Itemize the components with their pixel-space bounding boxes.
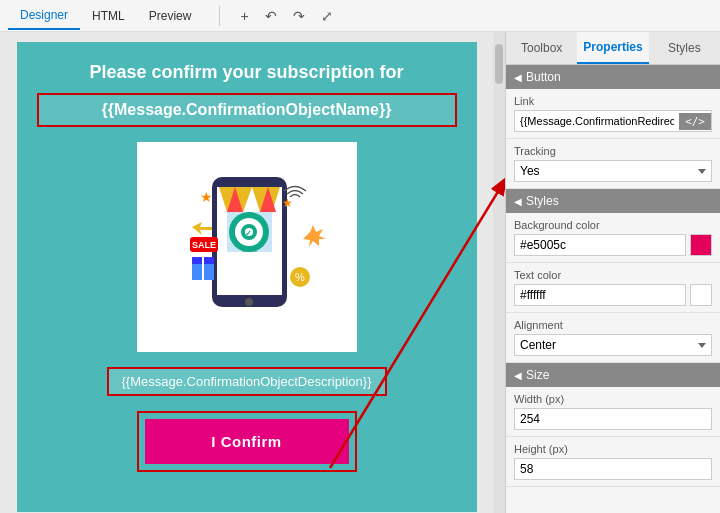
- svg-point-2: [245, 298, 253, 306]
- alignment-label: Alignment: [514, 319, 712, 331]
- link-input-wrapper[interactable]: </>: [514, 110, 712, 132]
- link-field: Link </>: [506, 89, 720, 139]
- svg-text:★: ★: [200, 189, 213, 205]
- svg-marker-23: [303, 225, 326, 247]
- height-input-wrapper[interactable]: [514, 458, 712, 480]
- link-label: Link: [514, 95, 712, 107]
- width-input-wrapper[interactable]: [514, 408, 712, 430]
- tracking-field: Tracking Yes: [506, 139, 720, 189]
- desc-var-text: {{Message.ConfirmationObjectDescription}…: [121, 374, 371, 389]
- height-field: Height (px): [506, 437, 720, 487]
- width-field: Width (px): [506, 387, 720, 437]
- bg-color-swatch[interactable]: [690, 234, 712, 256]
- panel-tab-toolbox[interactable]: Toolbox: [506, 32, 577, 64]
- styles-section-chevron: ◀: [514, 196, 522, 207]
- width-input[interactable]: [520, 412, 706, 426]
- canvas-scroll[interactable]: Please confirm your subscription for {{M…: [0, 32, 493, 513]
- add-button[interactable]: +: [236, 6, 252, 26]
- confirm-button-wrapper[interactable]: I Confirm: [137, 411, 357, 472]
- button-section-header[interactable]: ◀ Button: [506, 65, 720, 89]
- bg-color-input[interactable]: [514, 234, 686, 256]
- tab-designer[interactable]: Designer: [8, 2, 80, 30]
- desc-var-block[interactable]: {{Message.ConfirmationObjectDescription}…: [107, 367, 387, 396]
- undo-button[interactable]: ↶: [261, 6, 281, 26]
- canvas-area: Please confirm your subscription for {{M…: [0, 32, 505, 513]
- email-canvas: Please confirm your subscription for {{M…: [17, 42, 477, 512]
- link-input[interactable]: [515, 111, 679, 131]
- toolbar-tabs: Designer HTML Preview: [8, 2, 203, 30]
- right-panel: Toolbox Properties Styles ◀ Button Link …: [505, 32, 720, 513]
- svg-text:%: %: [295, 271, 305, 283]
- panel-content: ◀ Button Link </> Tracking Yes ◀ Styles: [506, 65, 720, 513]
- tracking-select[interactable]: Yes: [514, 160, 712, 182]
- size-section-header[interactable]: ◀ Size: [506, 363, 720, 387]
- svg-text:★: ★: [282, 196, 293, 210]
- styles-section-title: Styles: [526, 194, 559, 208]
- text-color-input[interactable]: [514, 284, 686, 306]
- width-label: Width (px): [514, 393, 712, 405]
- shop-illustration: ✓ ★ ★ SALE %: [152, 157, 342, 337]
- bg-color-label: Background color: [514, 219, 712, 231]
- svg-text:✓: ✓: [245, 229, 252, 238]
- text-color-field: Text color: [506, 263, 720, 313]
- main-area: Please confirm your subscription for {{M…: [0, 32, 720, 513]
- confirm-button[interactable]: I Confirm: [145, 419, 349, 464]
- alignment-select[interactable]: Center: [514, 334, 712, 356]
- svg-text:SALE: SALE: [192, 240, 216, 250]
- size-section-title: Size: [526, 368, 549, 382]
- redo-button[interactable]: ↷: [289, 6, 309, 26]
- template-var-text: {{Message.ConfirmationObjectName}}: [102, 101, 392, 118]
- alignment-field: Alignment Center: [506, 313, 720, 363]
- scrollbar[interactable]: [493, 32, 505, 513]
- tracking-label: Tracking: [514, 145, 712, 157]
- text-color-swatch[interactable]: [690, 284, 712, 306]
- tab-html[interactable]: HTML: [80, 2, 137, 30]
- panel-tabs: Toolbox Properties Styles: [506, 32, 720, 65]
- tab-preview[interactable]: Preview: [137, 2, 204, 30]
- bg-color-field: Background color: [506, 213, 720, 263]
- email-image-block: ✓ ★ ★ SALE %: [137, 142, 357, 352]
- bg-color-row: [514, 234, 712, 256]
- panel-tab-styles[interactable]: Styles: [649, 32, 720, 64]
- text-color-label: Text color: [514, 269, 712, 281]
- button-section-title: Button: [526, 70, 561, 84]
- code-button[interactable]: </>: [679, 113, 711, 130]
- height-label: Height (px): [514, 443, 712, 455]
- toolbar: Designer HTML Preview + ↶ ↷ ⤢: [0, 0, 720, 32]
- text-color-row: [514, 284, 712, 306]
- template-var-block[interactable]: {{Message.ConfirmationObjectName}}: [37, 93, 457, 127]
- toolbar-actions: + ↶ ↷ ⤢: [236, 6, 336, 26]
- expand-button[interactable]: ⤢: [317, 6, 337, 26]
- email-header-text: Please confirm your subscription for: [37, 62, 457, 83]
- toolbar-divider: [219, 6, 220, 26]
- button-section-chevron: ◀: [514, 72, 522, 83]
- size-section-chevron: ◀: [514, 370, 522, 381]
- styles-section-header[interactable]: ◀ Styles: [506, 189, 720, 213]
- panel-tab-properties[interactable]: Properties: [577, 32, 648, 64]
- height-input[interactable]: [520, 462, 706, 476]
